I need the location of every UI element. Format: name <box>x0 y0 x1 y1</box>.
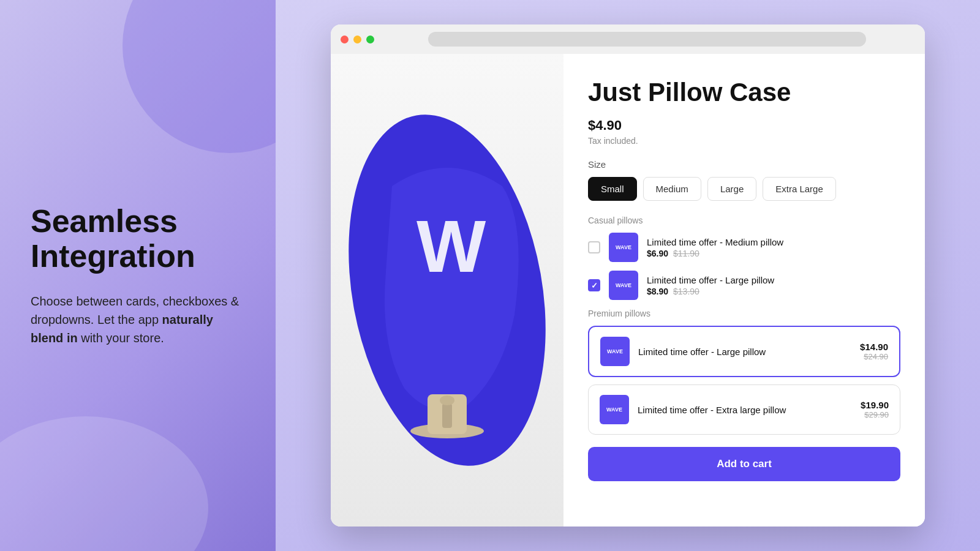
product-title: Just Pillow Case <box>588 78 900 107</box>
product-details: Just Pillow Case $4.90 Tax included. Siz… <box>564 54 925 527</box>
browser-content: W Just Pillow Case $4.90 Tax included. S… <box>331 54 925 527</box>
casual-orig-price-2: $13.90 <box>673 287 699 296</box>
size-label: Size <box>588 159 900 170</box>
premium-sale-price-1: $14.90 <box>860 342 888 352</box>
casual-orig-price-1: $11.90 <box>673 249 699 258</box>
browser-window: W Just Pillow Case $4.90 Tax included. S… <box>331 24 925 527</box>
casual-img-1: WAVE <box>609 233 638 262</box>
premium-name-1: Limited time offer - Large pillow <box>638 347 851 357</box>
minimize-button-dot[interactable] <box>353 36 361 43</box>
add-to-cart-button[interactable]: Add to cart <box>588 447 900 481</box>
size-medium[interactable]: Medium <box>643 177 701 201</box>
premium-orig-price-2: $29.90 <box>861 410 889 419</box>
premium-name-2: Limited time offer - Extra large pillow <box>638 405 852 415</box>
svg-text:W: W <box>417 205 486 287</box>
casual-prices-1: $6.90 $11.90 <box>647 249 900 258</box>
premium-label: Premium pillows <box>588 309 900 318</box>
size-options: Small Medium Large Extra Large <box>588 177 900 201</box>
premium-info-1: Limited time offer - Large pillow <box>638 347 851 357</box>
hero-title: Seamless Integration <box>31 204 245 274</box>
maximize-button-dot[interactable] <box>366 36 374 43</box>
premium-sale-price-2: $19.90 <box>861 400 889 410</box>
close-button-dot[interactable] <box>341 36 349 43</box>
tax-note: Tax included. <box>588 136 900 146</box>
hero-description: Choose between cards, checkboxes & dropd… <box>31 292 245 347</box>
casual-item-1: WAVE Limited time offer - Medium pillow … <box>588 233 900 262</box>
casual-label: Casual pillows <box>588 216 900 225</box>
product-image: W <box>343 100 551 480</box>
size-extra-large[interactable]: Extra Large <box>763 177 836 201</box>
premium-prices-2: $19.90 $29.90 <box>861 400 889 419</box>
premium-item-1[interactable]: WAVE Limited time offer - Large pillow $… <box>588 326 900 377</box>
casual-name-2: Limited time offer - Large pillow <box>647 275 900 285</box>
casual-checkbox-2[interactable] <box>588 279 600 291</box>
product-price: $4.90 <box>588 118 900 133</box>
casual-name-1: Limited time offer - Medium pillow <box>647 237 900 247</box>
svg-rect-4 <box>442 403 452 428</box>
casual-sale-price-1: $6.90 <box>647 249 668 258</box>
premium-img-2: WAVE <box>600 395 629 424</box>
url-bar[interactable] <box>428 32 866 47</box>
left-panel: Seamless Integration Choose between card… <box>0 0 276 551</box>
size-large[interactable]: Large <box>707 177 756 201</box>
casual-item-2: WAVE Limited time offer - Large pillow $… <box>588 271 900 300</box>
casual-prices-2: $8.90 $13.90 <box>647 287 900 296</box>
premium-img-1: WAVE <box>600 337 630 366</box>
casual-info-2: Limited time offer - Large pillow $8.90 … <box>647 275 900 296</box>
product-image-area: W <box>331 54 564 527</box>
premium-info-2: Limited time offer - Extra large pillow <box>638 405 852 415</box>
right-panel: W Just Pillow Case $4.90 Tax included. S… <box>276 0 980 551</box>
casual-sale-price-2: $8.90 <box>647 287 668 296</box>
premium-item-2[interactable]: WAVE Limited time offer - Extra large pi… <box>588 384 900 435</box>
casual-checkbox-1[interactable] <box>588 241 600 253</box>
premium-orig-price-1: $24.90 <box>860 352 888 361</box>
svg-point-5 <box>440 395 454 405</box>
size-small[interactable]: Small <box>588 177 637 201</box>
casual-info-1: Limited time offer - Medium pillow $6.90… <box>647 237 900 258</box>
premium-prices-1: $14.90 $24.90 <box>860 342 888 361</box>
browser-chrome <box>331 24 925 54</box>
casual-img-2: WAVE <box>609 271 638 300</box>
